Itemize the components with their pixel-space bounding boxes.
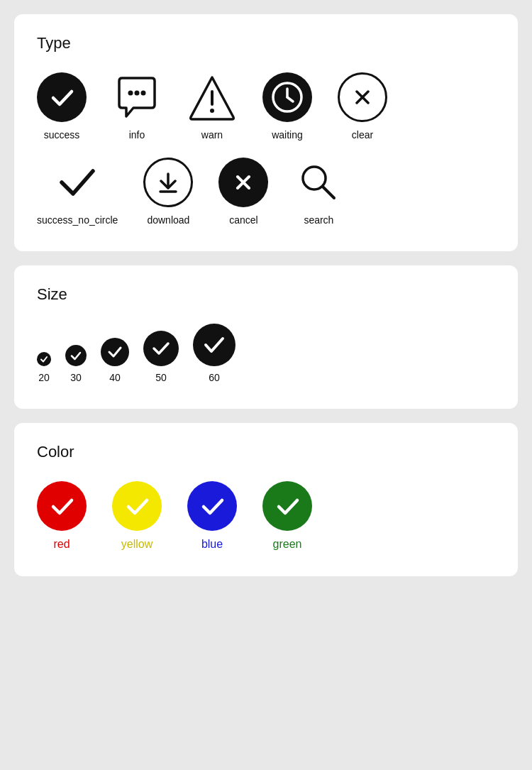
info-label: info: [129, 129, 145, 141]
type-card: Type success: [14, 14, 518, 251]
icon-item-cancel: cancel: [218, 158, 268, 226]
warn-triangle-svg: [187, 73, 237, 121]
size-40-icon: [101, 338, 129, 366]
size-title: Size: [37, 285, 495, 304]
color-item-yellow: yellow: [112, 481, 162, 551]
download-icon: [143, 158, 193, 207]
size-40-label: 40: [109, 372, 121, 383]
success-no-circle-label: success_no_circle: [37, 214, 118, 226]
green-label: green: [273, 538, 302, 551]
yellow-icon: [112, 481, 162, 531]
size-30-label: 30: [70, 372, 82, 383]
download-svg: [154, 168, 182, 197]
success-label: success: [44, 129, 80, 141]
size-50-label: 50: [155, 372, 167, 383]
size-item-40: 40: [101, 338, 129, 383]
clear-label: clear: [352, 129, 373, 141]
color-title: Color: [37, 443, 495, 461]
size-item-60: 60: [193, 324, 235, 383]
clear-x-svg: [350, 84, 375, 110]
size-item-20: 20: [37, 352, 51, 383]
success-no-circle-icon: [52, 158, 102, 207]
download-label: download: [147, 214, 189, 226]
warn-icon: [187, 72, 237, 122]
svg-line-15: [323, 187, 334, 198]
blue-icon: [187, 481, 237, 531]
waiting-icon: [262, 72, 312, 122]
success-checkmark-svg: [48, 83, 76, 111]
search-label: search: [304, 214, 333, 226]
search-icon: [294, 158, 343, 207]
color-item-red: red: [37, 481, 87, 551]
red-icon: [37, 481, 87, 531]
type-title: Type: [37, 34, 495, 53]
info-icon: [112, 72, 162, 122]
size-30-icon: [65, 345, 87, 366]
size-20-icon: [37, 352, 51, 366]
color-card: Color red yellow: [14, 423, 518, 576]
type-grid: success info: [37, 72, 495, 226]
waiting-label: waiting: [272, 129, 303, 141]
icon-item-download: download: [143, 158, 193, 226]
color-row: red yellow blue: [37, 481, 495, 551]
icon-item-waiting: waiting: [262, 72, 312, 141]
info-bubble-svg: [112, 72, 162, 122]
icon-item-clear: clear: [338, 72, 387, 141]
cancel-icon: [218, 158, 268, 207]
svg-point-1: [135, 91, 140, 96]
size-50-icon: [143, 331, 179, 366]
icon-item-success: success: [37, 72, 87, 141]
svg-point-2: [141, 91, 146, 96]
success-plain-svg: [59, 165, 96, 199]
size-row: 20 30 40: [37, 324, 495, 383]
size-item-50: 50: [143, 331, 179, 383]
blue-label: blue: [201, 538, 223, 551]
warn-label: warn: [201, 129, 223, 141]
cancel-x-svg: [231, 170, 256, 195]
icon-item-info: info: [112, 72, 162, 141]
color-item-green: green: [262, 481, 312, 551]
type-row-1: success info: [37, 72, 495, 141]
success-icon: [37, 72, 87, 122]
cancel-label: cancel: [229, 214, 257, 226]
green-icon: [262, 481, 312, 531]
svg-line-7: [287, 97, 293, 101]
icon-item-success-no-circle: success_no_circle: [37, 158, 118, 226]
icon-item-warn: warn: [187, 72, 237, 141]
color-item-blue: blue: [187, 481, 237, 551]
waiting-clock-svg: [272, 82, 303, 113]
icon-item-search: search: [294, 158, 343, 226]
clear-icon: [338, 72, 387, 122]
size-item-30: 30: [65, 345, 87, 383]
size-card: Size 20 30: [14, 265, 518, 409]
svg-point-0: [128, 91, 133, 96]
type-row-2: success_no_circle download: [37, 158, 495, 226]
yellow-label: yellow: [121, 538, 153, 551]
red-label: red: [53, 538, 70, 551]
size-20-label: 20: [38, 372, 50, 383]
search-svg: [297, 161, 340, 204]
size-60-label: 60: [209, 372, 220, 383]
svg-point-4: [210, 109, 214, 113]
size-60-icon: [193, 324, 235, 366]
